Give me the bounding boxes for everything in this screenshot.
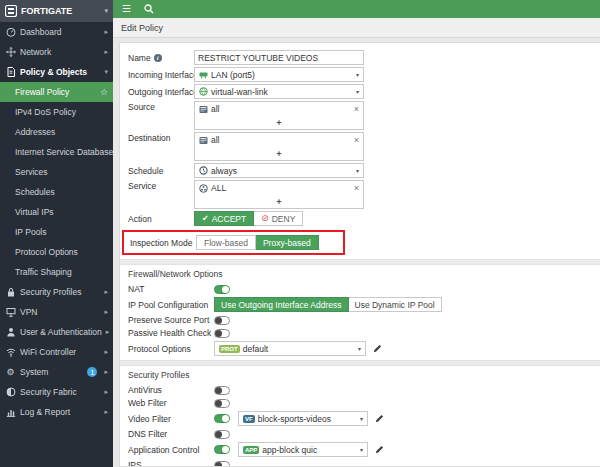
search-icon[interactable] xyxy=(144,4,154,14)
application-control-label: Application Control xyxy=(128,445,214,455)
security-profiles-title: Security Profiles xyxy=(128,370,590,380)
outgoing-interface-select[interactable]: virtual-wan-link ▾ xyxy=(194,84,364,99)
application-control-badge: APP xyxy=(243,446,259,454)
sidebar-header[interactable]: FORTIGATE ▾ xyxy=(0,0,113,22)
dashboard-icon xyxy=(5,27,16,38)
sidebar-nav: Dashboard▸Network▸Policy & Objects▾Firew… xyxy=(0,22,113,467)
use-outgoing-interface-address-button[interactable]: Use Outgoing Interface Address xyxy=(214,297,349,312)
sidebar-item-network[interactable]: Network▸ xyxy=(0,42,113,62)
service-label: Service xyxy=(128,180,194,191)
sidebar-item-wifi-controller[interactable]: WiFi Controller▸ xyxy=(0,342,113,362)
sidebar-item-label: VPN xyxy=(20,307,37,317)
sidebar-item-security-profiles[interactable]: Security Profiles▸ xyxy=(0,282,113,302)
schedule-select[interactable]: always ▾ xyxy=(194,163,364,178)
application-control-select[interactable]: APP app-block quic ▾ xyxy=(238,442,368,457)
protocol-options-select[interactable]: PROT default ▾ xyxy=(214,341,366,356)
favorite-star-icon[interactable]: ☆ xyxy=(100,87,108,97)
address-icon xyxy=(199,136,208,145)
chevron-right-icon: ▸ xyxy=(104,408,108,416)
video-filter-toggle[interactable] xyxy=(214,414,230,423)
source-entry[interactable]: all × xyxy=(195,102,363,116)
nat-label: NAT xyxy=(128,284,214,294)
sidebar-item-internet-service-database[interactable]: Internet Service Database xyxy=(0,142,113,162)
service-entry[interactable]: ALL × xyxy=(195,181,363,195)
sidebar-item-dashboard[interactable]: Dashboard▸ xyxy=(0,22,113,42)
remove-icon[interactable]: × xyxy=(354,184,359,193)
sidebar-item-log-report[interactable]: Log & Report▸ xyxy=(0,402,113,422)
sidebar-item-traffic-shaping[interactable]: Traffic Shaping xyxy=(0,262,113,282)
sidebar-item-policy-objects[interactable]: Policy & Objects▾ xyxy=(0,62,113,82)
sidebar-item-ipv4-dos-policy[interactable]: IPv4 DoS Policy xyxy=(0,102,113,122)
flow-based-button[interactable]: Flow-based xyxy=(196,235,256,250)
service-add-button[interactable]: + xyxy=(195,195,363,208)
preserve-source-port-toggle[interactable] xyxy=(214,316,230,325)
application-control-toggle[interactable] xyxy=(214,445,230,454)
antivirus-toggle[interactable] xyxy=(214,386,230,395)
sidebar-collapse-icon[interactable]: ▾ xyxy=(104,7,108,15)
sidebar-item-security-fabric[interactable]: Security Fabric▸ xyxy=(0,382,113,402)
interface-icon xyxy=(199,70,208,79)
dns-filter-row: DNS Filter xyxy=(128,429,590,439)
notification-badge: 1 xyxy=(87,367,97,377)
sidebar-item-label: Policy & Objects xyxy=(20,67,87,77)
passive-health-check-toggle[interactable] xyxy=(214,329,230,338)
chevron-right-icon: ▸ xyxy=(104,48,108,56)
sidebar-item-label: Virtual IPs xyxy=(15,207,54,217)
destination-add-button[interactable]: + xyxy=(195,147,363,160)
log-report-icon xyxy=(5,407,16,418)
name-input[interactable] xyxy=(194,50,364,65)
nat-row: NAT xyxy=(128,284,590,294)
sidebar-item-user-authentication[interactable]: User & Authentication▸ xyxy=(0,322,113,342)
chevron-right-icon: ▸ xyxy=(106,328,110,336)
edit-pencil-icon[interactable] xyxy=(375,445,384,454)
nat-toggle[interactable] xyxy=(214,285,230,294)
edit-pencil-icon[interactable] xyxy=(373,344,382,353)
sidebar-item-ip-pools[interactable]: IP Pools xyxy=(0,222,113,242)
destination-entry[interactable]: all × xyxy=(195,133,363,147)
sidebar-item-services[interactable]: Services xyxy=(0,162,113,182)
recurring-schedule-icon xyxy=(199,166,208,175)
chevron-right-icon: ▸ xyxy=(104,388,108,396)
service-value: ALL xyxy=(211,183,226,193)
web-filter-toggle[interactable] xyxy=(214,399,230,408)
sidebar-item-label: Dashboard xyxy=(20,27,62,37)
deny-button[interactable]: ⊘ DENY xyxy=(254,211,303,226)
wan-link-icon xyxy=(199,87,208,96)
network-options-title: Firewall/Network Options xyxy=(128,269,590,279)
sidebar-item-label: Security Fabric xyxy=(20,387,77,397)
source-value: all xyxy=(211,104,220,114)
remove-icon[interactable]: × xyxy=(354,105,359,114)
sidebar-item-firewall-policy[interactable]: Firewall Policy☆ xyxy=(0,82,113,102)
accept-button[interactable]: ✔ ACCEPT xyxy=(194,211,254,226)
video-filter-select[interactable]: VF block-sports-videos ▾ xyxy=(238,411,368,426)
remove-icon[interactable]: × xyxy=(354,136,359,145)
gear-icon: ⚙ xyxy=(5,367,16,378)
sidebar-item-label: IP Pools xyxy=(15,227,47,237)
sidebar-item-protocol-options[interactable]: Protocol Options xyxy=(0,242,113,262)
network-icon xyxy=(5,47,16,58)
sidebar-item-system[interactable]: ⚙System1▸ xyxy=(0,362,113,382)
edit-pencil-icon[interactable] xyxy=(375,414,384,423)
protocol-options-label: Protocol Options xyxy=(128,344,214,354)
service-entrybox: ALL × + xyxy=(194,180,364,209)
security-fabric-icon xyxy=(5,387,16,398)
sidebar-item-label: User & Authentication xyxy=(20,327,102,337)
source-add-button[interactable]: + xyxy=(195,116,363,129)
incoming-interface-select[interactable]: LAN (port5) ▾ xyxy=(194,67,364,82)
sidebar: FORTIGATE ▾ Dashboard▸Network▸Policy & O… xyxy=(0,0,113,467)
protocol-options-badge: PROT xyxy=(219,345,240,353)
sidebar-item-vpn[interactable]: VPN▸ xyxy=(0,302,113,322)
brand-label: FORTIGATE xyxy=(21,6,72,16)
proxy-based-button[interactable]: Proxy-based xyxy=(256,235,319,250)
sidebar-item-virtual-ips[interactable]: Virtual IPs xyxy=(0,202,113,222)
menu-icon[interactable]: ☰ xyxy=(122,4,131,14)
name-row: Name i xyxy=(128,50,590,65)
dns-filter-toggle[interactable] xyxy=(214,430,230,439)
ips-toggle[interactable] xyxy=(214,461,230,467)
sidebar-item-schedules[interactable]: Schedules xyxy=(0,182,113,202)
use-dynamic-ip-pool-button[interactable]: Use Dynamic IP Pool xyxy=(349,297,442,312)
destination-row: Destination all × + xyxy=(128,132,590,161)
inspection-mode-label: Inspection Mode xyxy=(130,237,196,248)
schedule-label: Schedule xyxy=(128,165,194,176)
sidebar-item-addresses[interactable]: Addresses xyxy=(0,122,113,142)
